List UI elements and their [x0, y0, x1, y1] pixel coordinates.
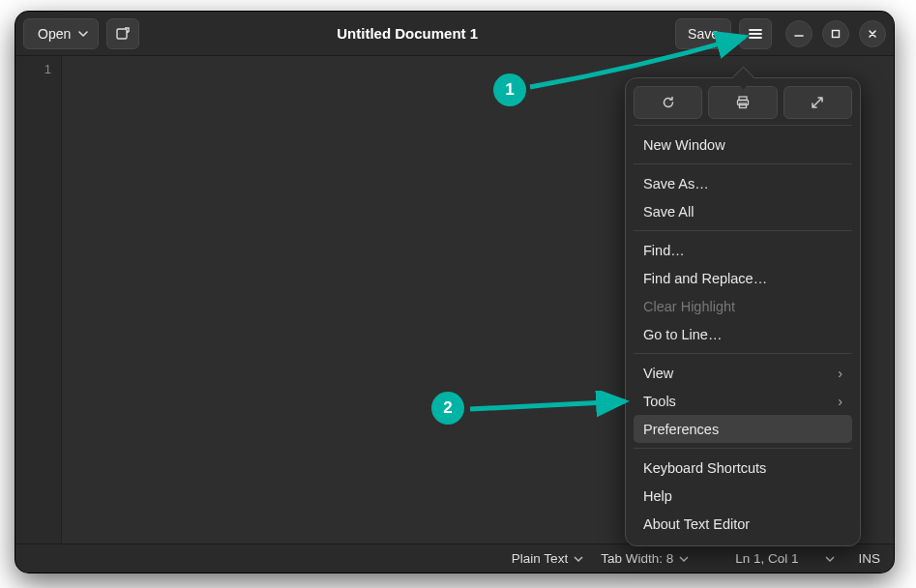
statusbar: Plain Text Tab Width: 8 Ln 1, Col 1 INS [15, 544, 894, 573]
menu-label: Clear Highlight [643, 299, 735, 314]
menu-save-all[interactable]: Save All [634, 197, 852, 225]
print-icon [735, 95, 751, 110]
chevron-right-icon: › [838, 366, 842, 381]
menu-find[interactable]: Find… [634, 236, 852, 264]
status-tab-width[interactable]: Tab Width: 8 [601, 551, 689, 566]
menu-label: Keyboard Shortcuts [643, 460, 766, 476]
reload-icon [661, 95, 676, 110]
annotation-callout-2: 2 [431, 392, 464, 425]
menu-label: Help [643, 488, 672, 504]
menu-help[interactable]: Help [634, 482, 852, 510]
menu-clear-highlight: Clear Highlight [634, 292, 852, 320]
close-icon [867, 28, 878, 40]
chevron-down-icon [679, 554, 689, 564]
status-language-label: Plain Text [512, 551, 568, 566]
chevron-right-icon: › [838, 394, 842, 409]
menu-label: Save As… [643, 176, 709, 191]
status-cursor[interactable]: Ln 1, Col 1 [735, 551, 798, 566]
menu-save-as[interactable]: Save As… [634, 169, 852, 197]
open-button[interactable]: Open [23, 18, 99, 49]
svg-rect-4 [739, 103, 746, 108]
chevron-down-icon[interactable] [825, 554, 835, 564]
window-controls [785, 20, 886, 47]
fullscreen-button[interactable] [783, 86, 852, 119]
svg-rect-1 [833, 30, 840, 37]
status-insert-label: INS [858, 551, 880, 566]
svg-rect-0 [117, 29, 127, 39]
chevron-down-icon [78, 29, 88, 39]
chevron-down-icon [574, 554, 583, 564]
menu-separator [634, 353, 852, 354]
menu-label: New Window [643, 137, 725, 153]
status-language[interactable]: Plain Text [512, 551, 583, 566]
menu-separator [634, 125, 852, 126]
menu-view[interactable]: View› [634, 359, 852, 387]
hamburger-popover: New Window Save As… Save All Find… Find … [625, 77, 861, 546]
menu-label: Preferences [643, 422, 719, 437]
new-tab-button[interactable] [106, 18, 139, 49]
line-gutter: 1 [15, 56, 62, 544]
menu-goto-line[interactable]: Go to Line… [634, 320, 852, 348]
menu-about[interactable]: About Text Editor [634, 510, 852, 538]
menu-find-replace[interactable]: Find and Replace… [634, 264, 852, 292]
menu-separator [634, 230, 852, 231]
line-number: 1 [15, 62, 51, 76]
menu-label: Go to Line… [643, 327, 722, 342]
annotation-number: 1 [505, 80, 514, 100]
fullscreen-icon [811, 96, 824, 109]
menu-label: Find and Replace… [643, 271, 767, 286]
maximize-button[interactable] [822, 20, 849, 47]
menu-label: About Text Editor [643, 516, 750, 532]
menu-separator [634, 163, 852, 164]
maximize-icon [830, 28, 842, 40]
new-tab-icon [115, 26, 131, 42]
menu-label: View [643, 366, 673, 381]
menu-label: Find… [643, 243, 685, 258]
annotation-callout-1: 1 [493, 74, 526, 106]
menu-keyboard-shortcuts[interactable]: Keyboard Shortcuts [634, 454, 852, 482]
close-button[interactable] [859, 20, 886, 47]
menu-label: Save All [643, 204, 694, 220]
menu-tools[interactable]: Tools› [634, 387, 852, 415]
status-insert-mode[interactable]: INS [858, 551, 880, 566]
annotation-arrow-2 [464, 391, 638, 420]
menu-preferences[interactable]: Preferences [634, 415, 852, 443]
minimize-icon [793, 28, 805, 40]
minimize-button[interactable] [785, 20, 813, 47]
menu-label: Tools [643, 394, 676, 409]
menu-new-window[interactable]: New Window [634, 131, 852, 159]
open-label: Open [38, 26, 71, 42]
menu-separator [634, 448, 852, 449]
annotation-number: 2 [443, 398, 452, 418]
status-cursor-label: Ln 1, Col 1 [735, 551, 798, 566]
annotation-arrow-1 [522, 29, 764, 97]
status-tab-width-label: Tab Width: 8 [601, 551, 673, 566]
